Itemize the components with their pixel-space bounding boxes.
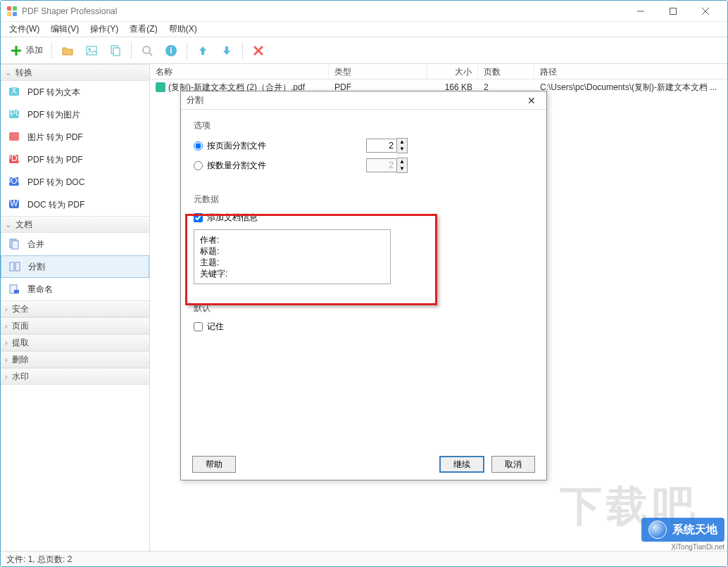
section-label: 提取 [12,337,29,349]
folder-button[interactable] [56,40,79,61]
col-size[interactable]: 大小 [427,64,478,79]
merge-icon [8,238,20,250]
close-button[interactable] [689,1,722,22]
help-button[interactable]: 帮助 [192,456,236,473]
spinner-down-icon[interactable]: ▼ [397,165,407,172]
sidebar-item-image-to-pdf[interactable]: 图片 转为 PDF [1,126,149,148]
section-security[interactable]: ›安全 [1,300,149,317]
menubar: 文件(W) 编辑(V) 操作(Y) 查看(Z) 帮助(X) [1,22,727,37]
spinner-up-icon[interactable]: ▲ [397,158,407,165]
svg-rect-5 [670,8,677,14]
arrow-down-icon [220,44,234,58]
word-icon: W [8,198,20,211]
radio-split-by-count[interactable]: 按数量分割文件 ▲▼ [194,155,534,175]
svg-text:i: i [170,46,172,56]
add-doc-info-checkbox[interactable]: 添加文档信息 [194,210,534,225]
checkbox-input[interactable] [194,213,203,222]
remember-checkbox[interactable]: 记住 [194,319,534,334]
info-button[interactable]: i [160,40,182,61]
sidebar-item-pdf-to-text[interactable]: TXTPDF 转为文本 [1,81,149,103]
svg-rect-0 [7,6,11,11]
section-convert[interactable]: ⌄转换 [1,64,149,81]
spinner-up-icon[interactable]: ▲ [397,139,407,146]
checkbox-input[interactable] [194,322,203,331]
search-button[interactable] [136,40,158,61]
globe-icon [648,521,667,539]
radio-input[interactable] [194,141,203,151]
keywords-label: 关键字: [200,268,242,279]
split-dialog: 分割 ✕ 选项 按页面分割文件 ▲▼ 按数量分割文件 ▲▼ 元数据 添加文档信息 [180,91,547,480]
svg-point-14 [143,46,150,53]
sidebar-item-label: PDF 转为 PDF [27,154,83,166]
col-path[interactable]: 路径 [534,64,727,79]
down-button[interactable] [215,40,238,61]
svg-rect-1 [13,6,17,11]
menu-edit[interactable]: 编辑(V) [45,22,84,37]
sidebar-item-split[interactable]: 分割 [1,255,149,278]
up-button[interactable] [192,40,214,61]
section-delete[interactable]: ›删除 [1,351,149,368]
menu-help[interactable]: 帮助(X) [163,22,203,37]
menu-file[interactable]: 文件(W) [4,22,45,37]
section-page[interactable]: ›页面 [1,317,149,334]
copy-icon [108,44,123,58]
section-label: 页面 [12,320,29,332]
checkbox-label: 添加文档信息 [207,212,258,224]
menu-view[interactable]: 查看(Z) [124,22,163,37]
titlebar: PDF Shaper Professional [1,1,727,22]
search-icon [140,44,154,58]
radio-split-by-page[interactable]: 按页面分割文件 ▲▼ [194,136,534,155]
pdf-icon: PDF [8,153,20,166]
image-icon [84,44,99,58]
menu-action[interactable]: 操作(Y) [84,22,124,37]
page-spinner: ▲▼ [366,138,408,153]
count-input[interactable] [366,158,397,172]
section-document[interactable]: ⌄文档 [1,216,149,233]
section-label: 安全 [12,303,29,315]
chevron-right-icon: › [5,305,8,313]
watermark-sub: XiTongTianDi.net [641,543,724,551]
file-list-header: 名称 类型 大小 页数 路径 [150,64,727,79]
sidebar-item-doc-to-pdf[interactable]: WDOC 转为 PDF [1,193,149,216]
pdf-file-icon [156,82,165,92]
col-name[interactable]: 名称 [150,64,329,79]
separator [51,42,52,59]
separator [187,42,187,59]
subject-label: 主题: [200,257,242,268]
page-input[interactable] [366,139,397,153]
minimize-button[interactable] [625,1,657,22]
separator [242,42,243,59]
author-label: 作者: [200,234,242,246]
col-type[interactable]: 类型 [329,64,427,79]
section-watermark[interactable]: ›水印 [1,368,149,385]
x-icon [251,44,265,58]
sidebar-item-rename[interactable]: 重命名 [1,278,149,300]
sidebar-item-merge[interactable]: 合并 [1,233,149,255]
add-button[interactable]: 添加 [5,40,47,61]
copy-button[interactable] [104,40,127,61]
delete-button[interactable] [247,40,270,61]
radio-input[interactable] [194,161,203,170]
default-group-label: 默认 [194,302,534,314]
maximize-button[interactable] [657,1,689,22]
spinner-down-icon[interactable]: ▼ [397,146,407,153]
image-button[interactable] [80,40,103,61]
svg-rect-2 [7,12,11,16]
sidebar-item-pdf-to-doc[interactable]: DOCPDF 转为 DOC [1,171,149,193]
svg-rect-13 [113,48,120,56]
svg-rect-24 [9,132,19,141]
app-icon [6,6,18,17]
info-icon: i [164,44,178,58]
continue-button[interactable]: 继续 [439,456,484,473]
col-pages[interactable]: 页数 [478,64,534,79]
sidebar-item-pdf-to-image[interactable]: JPGPDF 转为图片 [1,103,149,126]
sidebar-item-label: PDF 转为文本 [27,87,80,98]
close-icon[interactable]: ✕ [522,91,541,110]
cancel-button[interactable]: 取消 [491,456,535,473]
separator [131,42,132,59]
radio-label: 按页面分割文件 [207,140,334,152]
site-watermark: 系统天地 XiTongTianDi.net [641,518,724,551]
section-extract[interactable]: ›提取 [1,334,149,351]
sidebar-item-pdf-to-pdf[interactable]: PDFPDF 转为 PDF [1,148,149,171]
metadata-fields: 作者: 标题: 主题: 关键字: [194,229,391,284]
